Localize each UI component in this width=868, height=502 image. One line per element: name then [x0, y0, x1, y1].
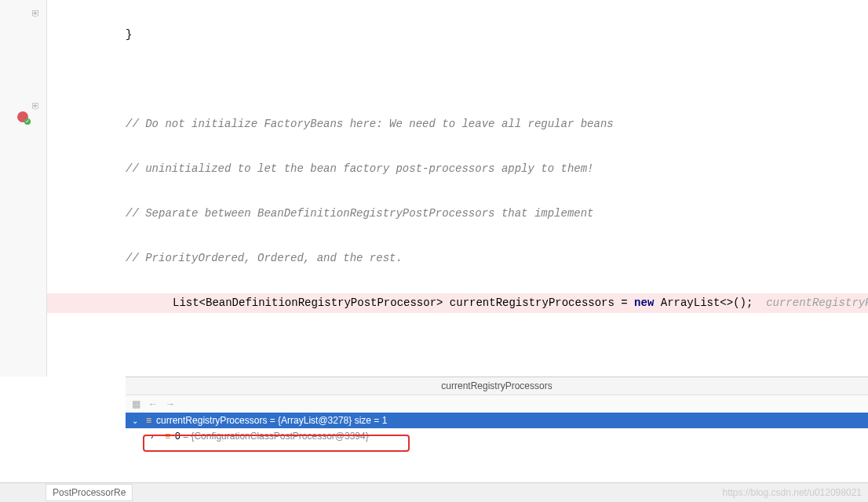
back-icon[interactable]: ← [148, 398, 158, 409]
comment: // uninitialized to let the bean factory… [126, 162, 594, 175]
comment: // PriorityOrdered, Ordered, and the res… [126, 252, 403, 264]
var-value: = {ArrayList@3278} size = 1 [267, 415, 387, 426]
debug-panel-title: currentRegistryProcessors [126, 377, 868, 395]
variable-row-root[interactable]: ⌄ ≡ currentRegistryProcessors = {ArrayLi… [126, 413, 868, 428]
status-bar: PostProcessorRe https://blog.csdn.net/u0… [0, 482, 868, 502]
code-editor[interactable]: } // Do not initialize FactoryBeans here… [47, 0, 868, 376]
var-name: currentRegistryProcessors [156, 415, 267, 426]
comment: // Separate between BeanDefinitionRegist… [126, 207, 594, 220]
object-icon: ≡ [146, 415, 151, 426]
shield-icon: ⛨ [31, 100, 41, 112]
editor-gutter: ⛨ ⛨ [0, 0, 47, 376]
forward-icon[interactable]: → [166, 398, 175, 409]
watermark-text: https://blog.csdn.net/u012098021 [723, 487, 862, 498]
file-tab[interactable]: PostProcessorRe [46, 484, 133, 501]
comment: // Do not initialize FactoryBeans here: … [126, 118, 614, 130]
debug-variables-panel[interactable]: currentRegistryProcessors ▦ ← → ⌄ ≡ curr… [126, 376, 868, 482]
toolbar-icon[interactable]: ▦ [132, 398, 140, 409]
brace: } [126, 28, 132, 41]
breakpoint-icon[interactable] [17, 111, 28, 126]
expand-icon[interactable]: ⌄ [132, 417, 141, 425]
shield-icon: ⛨ [31, 8, 41, 20]
debug-toolbar: ▦ ← → [126, 395, 868, 413]
code-text: List<BeanDefinitionRegistryPostProcessor… [47, 296, 868, 309]
highlight-box [143, 435, 410, 452]
